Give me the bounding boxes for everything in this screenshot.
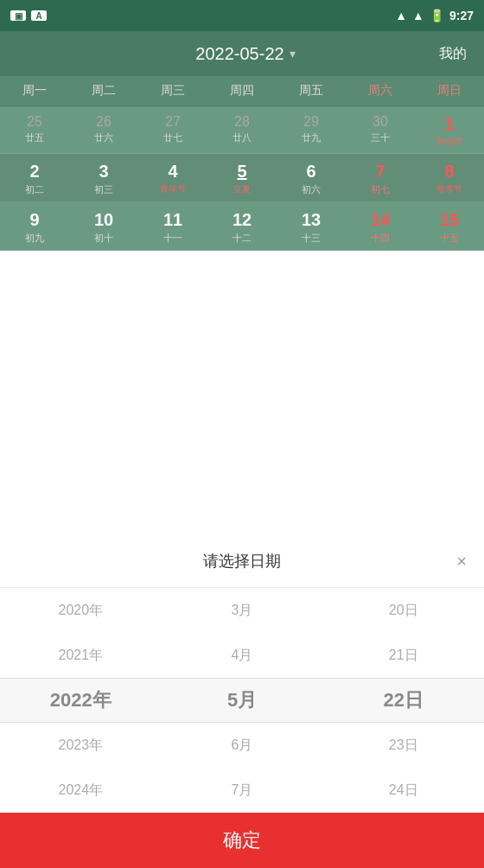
calendar-title[interactable]: 2022-05-22 ▾ [195,44,295,64]
day-cell[interactable]: 26廿六 [69,106,138,154]
day-of-week-row: 周一 周二 周三 周四 周五 周六 周日 [0,76,484,106]
day-cell[interactable]: 3初三 [69,154,138,202]
day-cell[interactable]: 28廿八 [207,106,277,154]
month-picker-items: 3月 4月 5月 6月 7月 [162,588,323,813]
date-picker-container[interactable]: 2020年 2021年 2022年 2023年 2024年 3月 4月 5月 6… [0,588,484,813]
calendar-grid: 周一 周二 周三 周四 周五 周六 周日 25廿五 26廿六 27廿七 28廿八… [0,76,484,251]
day-cell[interactable]: 1劳动节 [415,106,484,154]
network-icon: ▣ [10,10,26,21]
day-cell[interactable]: 29廿九 [277,106,346,154]
modal-title: 请选择日期 [203,551,281,571]
dow-sun: 周日 [415,76,484,105]
day-cell[interactable]: 13十三 [277,202,346,251]
day-cell[interactable]: 27廿七 [138,106,207,154]
dow-mon: 周一 [0,76,69,105]
day-cell[interactable]: 12十二 [207,202,277,251]
day-picker-column[interactable]: 20日 21日 22日 23日 24日 [322,588,484,813]
day-cell[interactable]: 30三十 [346,106,415,154]
date-picker-modal: 请选择日期 × 2020年 2021年 2022年 2023年 2024年 3月… [0,535,484,868]
battery-icon: 🔋 [430,9,444,22]
week-row-1: 25廿五 26廿六 27廿七 28廿八 29廿九 30三十 1劳动节 [0,106,484,154]
day-cell[interactable]: 2初二 [0,154,69,202]
dow-fri: 周五 [277,76,346,105]
year-item-2021[interactable]: 2021年 [0,633,162,678]
month-item-5[interactable]: 5月 [162,678,323,723]
day-item-23[interactable]: 23日 [322,723,484,768]
status-bar-right: ▲ ▲ 🔋 9:27 [395,9,474,22]
month-item-4[interactable]: 4月 [162,633,323,678]
month-picker-column[interactable]: 3月 4月 5月 6月 7月 [162,588,323,813]
dow-thu: 周四 [207,76,277,105]
day-item-21[interactable]: 21日 [322,633,484,678]
status-bar: ▣ A ▲ ▲ 🔋 9:27 [0,0,484,31]
day-item-22[interactable]: 22日 [322,678,484,723]
day-cell[interactable]: 6初六 [277,154,346,202]
dow-tue: 周二 [69,76,138,105]
week-row-2: 2初二 3初三 4青年节 5 立夏 6初六 7初七 8母亲节 [0,154,484,202]
month-item-3[interactable]: 3月 [162,588,323,633]
dow-wed: 周三 [138,76,207,105]
modal-close-button[interactable]: × [456,552,467,571]
modal-header: 请选择日期 × [0,535,484,588]
calendar-dropdown-arrow: ▾ [290,47,296,61]
day-item-24[interactable]: 24日 [322,768,484,813]
year-item-2024[interactable]: 2024年 [0,768,162,813]
day-picker-items: 20日 21日 22日 23日 24日 [322,588,484,813]
signal-icon: ▲ [412,9,424,22]
day-item-20[interactable]: 20日 [322,588,484,633]
day-cell[interactable]: 10初十 [69,202,138,251]
day-cell[interactable]: 11十一 [138,202,207,251]
time-display: 9:27 [449,9,474,22]
year-item-2023[interactable]: 2023年 [0,723,162,768]
week-row-3: 9初九 10初十 11十一 12十二 13十三 14十四 15十五 [0,202,484,251]
day-cell[interactable]: 14十四 [346,202,415,251]
confirm-button[interactable]: 确定 [0,813,484,868]
year-item-2022[interactable]: 2022年 [0,678,162,723]
day-cell[interactable]: 25廿五 [0,106,69,154]
day-cell[interactable]: 9初九 [0,202,69,251]
day-cell[interactable]: 4青年节 [138,154,207,202]
year-item-2020[interactable]: 2020年 [0,588,162,633]
app-icon: A [31,10,47,21]
year-picker-items: 2020年 2021年 2022年 2023年 2024年 [0,588,162,813]
my-calendar-label[interactable]: 我的 [439,45,467,63]
calendar-date-label: 2022-05-22 [195,44,283,64]
day-cell[interactable]: 5 立夏 [207,154,277,202]
year-picker-column[interactable]: 2020年 2021年 2022年 2023年 2024年 [0,588,162,813]
calendar-header: 2022-05-22 ▾ 我的 [0,31,484,76]
month-item-6[interactable]: 6月 [162,723,323,768]
day-cell[interactable]: 7初七 [346,154,415,202]
status-bar-left: ▣ A [10,10,47,21]
dow-sat: 周六 [346,76,415,105]
wifi-icon: ▲ [395,9,407,22]
day-cell[interactable]: 8母亲节 [415,154,484,202]
month-item-7[interactable]: 7月 [162,768,323,813]
day-cell[interactable]: 15十五 [415,202,484,251]
